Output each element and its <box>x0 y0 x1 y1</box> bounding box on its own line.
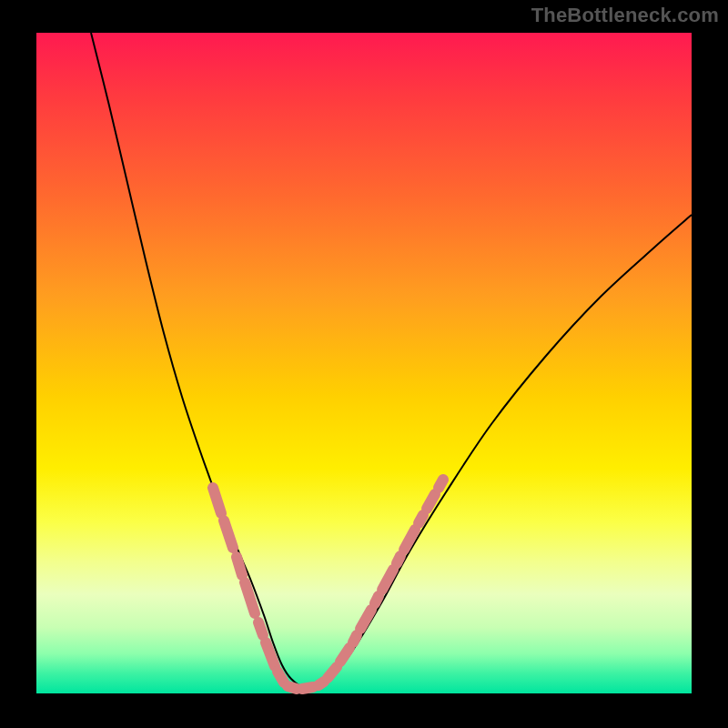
watermark-text: TheBottleneck.com <box>531 4 719 27</box>
dash-segment <box>340 648 349 662</box>
dash-segment <box>302 687 313 689</box>
dash-segment <box>382 570 393 590</box>
dash-segment <box>375 596 379 603</box>
dash-segment <box>427 494 435 509</box>
dash-segment <box>213 488 221 513</box>
dash-segment <box>419 515 423 523</box>
dash-segment <box>278 672 284 682</box>
dash-segment <box>237 557 242 575</box>
dash-segment <box>397 556 400 563</box>
dash-segment <box>353 635 357 642</box>
dash-segment <box>360 610 371 629</box>
dash-segment <box>224 521 233 548</box>
highlight-dashes <box>213 480 443 689</box>
bottleneck-curve <box>91 33 692 689</box>
chart-frame: TheBottleneck.com <box>0 0 728 728</box>
plot-area <box>36 33 692 693</box>
dash-segment <box>288 686 297 689</box>
dash-segment <box>439 480 443 488</box>
dash-segment <box>328 667 337 678</box>
dash-segment <box>318 682 324 685</box>
dash-segment <box>258 622 263 635</box>
curve-svg <box>36 33 692 693</box>
